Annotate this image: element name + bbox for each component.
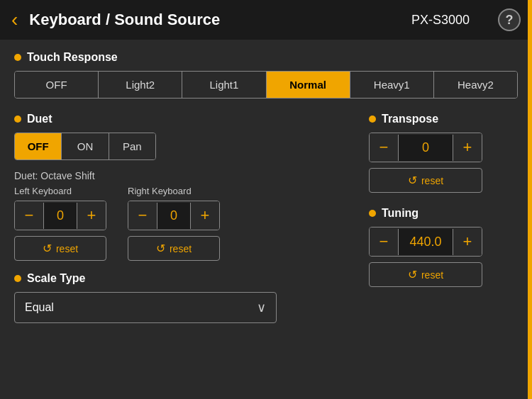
left-keyboard-label: Left Keyboard [14,186,106,196]
tuning-label: Tuning [369,207,518,220]
tuning-dot [369,210,376,217]
left-octave-reset-button[interactable]: ↺ reset [14,236,106,261]
left-octave-stepper: − 0 + [14,201,106,230]
two-col-layout: Duet OFF ON Pan Duet: Octave Shift Left … [14,113,518,323]
right-keyboard-group: Right Keyboard − 0 + ↺ reset [128,186,220,261]
tuning-section: Tuning − 440.0 + ↺ reset [369,207,518,287]
scale-type-section: Scale Type Equal ∨ [14,272,355,323]
transpose-value: 0 [398,135,453,161]
octave-shift-label: Duet: Octave Shift [14,170,355,181]
keyboard-pair: Left Keyboard − 0 + ↺ reset Right Keyboa… [14,186,355,261]
back-button[interactable]: ‹ [11,10,18,30]
chevron-down-icon: ∨ [257,300,266,315]
accent-border [528,0,532,399]
transpose-dot [369,116,376,123]
transpose-stepper: − 0 + [369,133,482,162]
scale-dropdown[interactable]: Equal ∨ [14,292,277,323]
tuning-reset-icon: ↺ [408,268,417,281]
duet-group: OFF ON Pan [14,133,156,160]
transpose-reset-button[interactable]: ↺ reset [369,168,482,193]
duet-on-button[interactable]: ON [62,133,109,159]
transpose-label: Transpose [369,113,518,125]
tr-heavy1-button[interactable]: Heavy1 [350,72,434,98]
touch-response-group: OFF Light2 Light1 Normal Heavy1 Heavy2 [14,71,518,99]
transpose-reset-icon: ↺ [408,174,417,187]
duet-pan-button[interactable]: Pan [109,133,155,159]
scale-dropdown-value: Equal [25,301,54,314]
left-octave-plus[interactable]: + [77,201,106,230]
tuning-minus[interactable]: − [370,227,398,256]
left-column: Duet OFF ON Pan Duet: Octave Shift Left … [14,113,355,323]
left-reset-icon: ↺ [43,242,52,255]
tr-light1-button[interactable]: Light1 [182,72,266,98]
duet-off-button[interactable]: OFF [15,133,62,159]
right-octave-minus[interactable]: − [128,201,157,230]
left-octave-minus[interactable]: − [15,201,43,230]
model-label: PX-S3000 [411,13,470,28]
right-octave-stepper: − 0 + [128,201,220,230]
transpose-plus[interactable]: + [453,133,482,162]
tuning-value: 440.0 [398,229,453,255]
right-column: Transpose − 0 + ↺ reset Tuning [369,113,518,323]
left-keyboard-group: Left Keyboard − 0 + ↺ reset [14,186,106,261]
scale-dot [14,275,21,282]
help-button[interactable]: ? [498,9,521,31]
right-keyboard-label: Right Keyboard [128,186,220,196]
left-octave-value: 0 [43,203,77,229]
right-octave-plus[interactable]: + [191,201,219,230]
scale-type-label: Scale Type [14,272,355,285]
header: ‹ Keyboard / Sound Source PX-S3000 ? [0,0,532,40]
tuning-reset-button[interactable]: ↺ reset [369,262,482,287]
right-octave-value: 0 [157,203,191,229]
tr-off-button[interactable]: OFF [15,72,99,98]
transpose-minus[interactable]: − [370,133,398,162]
tr-light2-button[interactable]: Light2 [99,72,182,98]
tr-heavy2-button[interactable]: Heavy2 [434,72,517,98]
touch-response-label: Touch Response [14,51,518,64]
main-content: Touch Response OFF Light2 Light1 Normal … [0,40,532,335]
duet-dot [14,116,21,123]
touch-response-dot [14,54,21,61]
tuning-plus[interactable]: + [453,227,482,256]
duet-label: Duet [14,113,355,125]
transpose-section: Transpose − 0 + ↺ reset [369,113,518,193]
right-octave-reset-button[interactable]: ↺ reset [128,236,220,261]
right-reset-icon: ↺ [156,242,165,255]
page-title: Keyboard / Sound Source [29,11,411,29]
tr-normal-button[interactable]: Normal [267,72,350,98]
tuning-stepper: − 440.0 + [369,227,482,257]
